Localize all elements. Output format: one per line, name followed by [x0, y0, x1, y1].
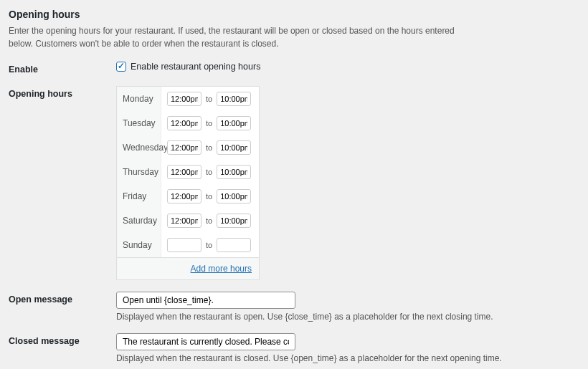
- hours-close-input[interactable]: [217, 214, 251, 228]
- hours-to-text: to: [206, 241, 212, 249]
- section-description: Enter the opening hours for your restaur…: [9, 24, 475, 50]
- closed-message-help: Displayed when the restaurant is closed.…: [116, 353, 579, 363]
- hours-row: Fridayto: [117, 184, 259, 209]
- hours-day-label: Friday: [117, 184, 161, 209]
- open-message-help: Displayed when the restaurant is open. U…: [116, 312, 579, 322]
- hours-to-text: to: [206, 119, 212, 128]
- enable-checkbox-wrapper[interactable]: Enable restaurant opening hours: [116, 62, 579, 72]
- hours-row: Sundayto: [117, 233, 259, 257]
- hours-day-label: Tuesday: [117, 111, 161, 135]
- hours-row: Saturdayto: [117, 209, 259, 233]
- section-heading: Opening hours: [9, 9, 579, 20]
- hours-close-input[interactable]: [217, 189, 251, 203]
- enable-checkbox-label: Enable restaurant opening hours: [131, 62, 260, 72]
- hours-to-text: to: [206, 168, 212, 176]
- hours-open-input[interactable]: [167, 92, 201, 106]
- hours-day-label: Sunday: [117, 233, 161, 257]
- hours-row: Thursdayto: [117, 160, 259, 184]
- closed-message-label: Closed message: [9, 333, 116, 346]
- enable-checkbox[interactable]: [116, 62, 126, 72]
- hours-close-input[interactable]: [217, 116, 251, 130]
- closed-message-input[interactable]: [116, 333, 295, 350]
- hours-open-input[interactable]: [167, 214, 201, 228]
- open-message-label: Open message: [9, 292, 116, 305]
- hours-close-input[interactable]: [217, 92, 251, 106]
- hours-to-text: to: [206, 95, 212, 103]
- hours-to-text: to: [206, 192, 212, 201]
- hours-open-input[interactable]: [167, 140, 201, 155]
- hours-day-label: Saturday: [117, 209, 161, 233]
- hours-day-label: Monday: [117, 87, 161, 111]
- hours-day-label: Thursday: [117, 160, 161, 184]
- hours-close-input[interactable]: [217, 238, 251, 252]
- hours-table: MondaytoTuesdaytoWednesdaytoThursdaytoFr…: [116, 86, 260, 280]
- hours-to-text: to: [206, 143, 212, 152]
- hours-row: Tuesdayto: [117, 111, 259, 135]
- hours-row: Wednesdayto: [117, 135, 259, 160]
- add-more-hours-link[interactable]: Add more hours: [191, 264, 252, 274]
- enable-label: Enable: [9, 62, 116, 75]
- hours-to-text: to: [206, 216, 212, 225]
- open-message-input[interactable]: [116, 292, 295, 309]
- hours-open-input[interactable]: [167, 238, 201, 252]
- hours-close-input[interactable]: [217, 165, 251, 179]
- hours-close-input[interactable]: [217, 140, 251, 155]
- hours-open-input[interactable]: [167, 165, 201, 179]
- hours-row: Mondayto: [117, 87, 259, 111]
- hours-day-label: Wednesday: [117, 135, 161, 160]
- opening-hours-label: Opening hours: [9, 86, 116, 99]
- hours-open-input[interactable]: [167, 116, 201, 130]
- hours-open-input[interactable]: [167, 189, 201, 203]
